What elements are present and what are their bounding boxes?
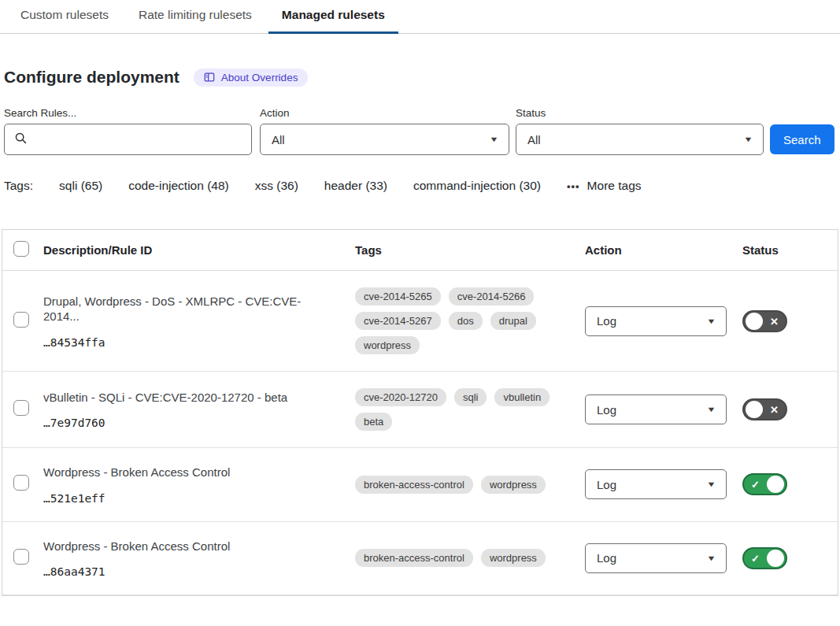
rule-action-select[interactable]: Log ▼ — [585, 306, 727, 336]
action-field: Action All ▼ — [260, 107, 509, 155]
tag-pill: sqli — [454, 388, 487, 406]
tag-pill: beta — [355, 413, 392, 431]
chevron-down-icon: ▼ — [706, 406, 716, 413]
tag-pill: cve-2014-5265 — [355, 287, 441, 306]
tag-pill: drupal — [490, 312, 536, 330]
toggle-glyph-icon: ✓ — [751, 479, 760, 491]
row-checkbox[interactable] — [13, 312, 29, 328]
rule-title: vBulletin - SQLi - CVE:CVE-2020-12720 - … — [43, 390, 350, 406]
rule-title: Wordpress - Broken Access Control — [43, 465, 350, 480]
tag-pill: broken-access-control — [355, 476, 473, 494]
status-field: Status All ▼ — [516, 107, 764, 155]
chevron-down-icon: ▼ — [706, 480, 716, 488]
column-header-tags: Tags — [350, 243, 580, 257]
rule-action-select[interactable]: Log ▼ — [585, 394, 727, 424]
tag-filter-code-injection[interactable]: code-injection (48) — [128, 179, 229, 193]
rule-title: Wordpress - Broken Access Control — [43, 539, 350, 554]
table-header-row: Description/Rule ID Tags Action Status — [2, 230, 838, 271]
rule-tags: broken-access-controlwordpress — [355, 476, 580, 494]
tag-pill: dos — [449, 312, 483, 330]
rule-action-value: Log — [597, 403, 616, 417]
row-checkbox[interactable] — [13, 549, 29, 565]
rule-tags: broken-access-controlwordpress — [355, 549, 580, 567]
search-label: Search Rules... — [4, 107, 252, 119]
rule-action-select[interactable]: Log ▼ — [585, 543, 727, 573]
tag-filter-command-injection[interactable]: command-injection (30) — [413, 179, 541, 193]
tag-pill: cve-2014-5266 — [449, 287, 535, 306]
page-title: Configure deployment — [4, 68, 179, 87]
chevron-down-icon: ▼ — [706, 554, 716, 562]
status-select-value: All — [527, 133, 541, 146]
column-header-description: Description/Rule ID — [39, 243, 350, 257]
toggle-knob — [746, 401, 763, 418]
rule-title: Drupal, Wordpress - DoS - XMLRPC - CVE:C… — [43, 294, 350, 324]
rule-action-select[interactable]: Log ▼ — [585, 469, 727, 499]
ellipsis-icon: ••• — [567, 180, 580, 192]
rule-tags: cve-2014-5265cve-2014-5266cve-2014-5267d… — [355, 287, 580, 354]
select-all-checkbox[interactable] — [13, 241, 29, 257]
tags-bar: Tags: sqli (65) code-injection (48) xss … — [4, 179, 836, 193]
toggle-knob — [767, 550, 784, 567]
table-row: vBulletin - SQLi - CVE:CVE-2020-12720 - … — [2, 372, 838, 448]
rule-action-value: Log — [597, 551, 616, 565]
status-label: Status — [516, 107, 764, 119]
chevron-down-icon: ▼ — [489, 135, 498, 143]
rule-status-toggle[interactable]: ✓ — [742, 473, 787, 495]
chevron-down-icon: ▼ — [743, 135, 753, 143]
rule-status-toggle[interactable]: ✕ — [742, 398, 787, 420]
tag-filter-xss[interactable]: xss (36) — [255, 179, 298, 193]
rule-action-value: Log — [597, 314, 616, 328]
search-field: Search Rules... — [4, 107, 252, 155]
rule-id: …7e97d760 — [43, 417, 350, 429]
table-row: Wordpress - Broken Access Control …86aa4… — [2, 522, 838, 596]
tag-pill: cve-2014-5267 — [355, 312, 441, 330]
tag-pill: vbulletin — [494, 388, 550, 406]
book-icon — [204, 72, 215, 83]
toggle-glyph-icon: ✕ — [770, 315, 779, 327]
tags-bar-label: Tags: — [4, 179, 33, 193]
tag-pill: wordpress — [355, 336, 420, 354]
rule-status-toggle[interactable]: ✓ — [742, 547, 787, 569]
rule-action-value: Log — [597, 478, 616, 491]
toggle-knob — [767, 476, 784, 493]
tab-managed-rulesets[interactable]: Managed rulesets — [268, 8, 398, 33]
chevron-down-icon: ▼ — [706, 317, 716, 325]
tag-filter-sqli[interactable]: sqli (65) — [59, 179, 102, 193]
tag-pill: wordpress — [481, 476, 546, 494]
tab-custom-rulesets[interactable]: Custom rulesets — [7, 8, 122, 33]
table-row: Wordpress - Broken Access Control …521e1… — [2, 448, 838, 522]
action-label: Action — [260, 107, 509, 119]
action-select[interactable]: All ▼ — [260, 124, 509, 155]
column-header-action: Action — [580, 243, 738, 257]
row-checkbox[interactable] — [13, 475, 29, 491]
ruleset-tabs: Custom rulesets Rate limiting rulesets M… — [0, 0, 840, 34]
about-overrides-badge[interactable]: About Overrides — [194, 69, 309, 87]
more-tags-label: More tags — [587, 179, 642, 193]
tab-rate-limiting-rulesets[interactable]: Rate limiting rulesets — [125, 8, 265, 33]
search-input[interactable] — [34, 133, 242, 146]
tag-pill: cve-2020-12720 — [355, 388, 446, 406]
rules-table: Description/Rule ID Tags Action Status D… — [2, 229, 838, 596]
search-icon — [14, 131, 28, 148]
rule-id: …86aa4371 — [43, 565, 350, 578]
table-body: Drupal, Wordpress - DoS - XMLRPC - CVE:C… — [2, 271, 838, 595]
rule-status-toggle[interactable]: ✕ — [742, 310, 787, 332]
table-row: Drupal, Wordpress - DoS - XMLRPC - CVE:C… — [2, 271, 838, 372]
action-select-value: All — [272, 133, 285, 146]
row-checkbox[interactable] — [13, 400, 29, 416]
toggle-knob — [746, 313, 763, 330]
rule-tags: cve-2020-12720sqlivbulletinbeta — [355, 388, 580, 431]
column-header-status: Status — [738, 243, 838, 257]
status-select[interactable]: All ▼ — [516, 124, 764, 155]
search-button[interactable]: Search — [770, 124, 834, 154]
toggle-glyph-icon: ✕ — [770, 404, 779, 416]
tag-filter-header[interactable]: header (33) — [324, 179, 387, 193]
tag-pill: broken-access-control — [355, 549, 473, 567]
toggle-glyph-icon: ✓ — [751, 552, 760, 564]
about-overrides-label: About Overrides — [221, 72, 298, 83]
rule-id: …521e1eff — [43, 492, 350, 505]
more-tags-button[interactable]: ••• More tags — [567, 179, 642, 193]
tag-pill: wordpress — [481, 549, 546, 567]
rule-id: …84534ffa — [43, 336, 350, 349]
